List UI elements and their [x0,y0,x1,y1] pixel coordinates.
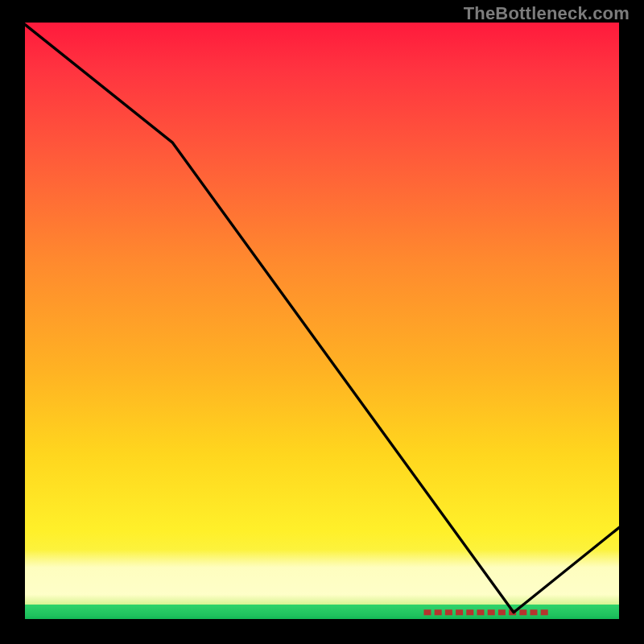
series-line [23,23,621,613]
chart-frame: TheBottleneck.com [0,0,644,644]
plot-area [23,23,621,621]
watermark-text: TheBottleneck.com [464,3,630,24]
series-overlay [23,23,621,621]
